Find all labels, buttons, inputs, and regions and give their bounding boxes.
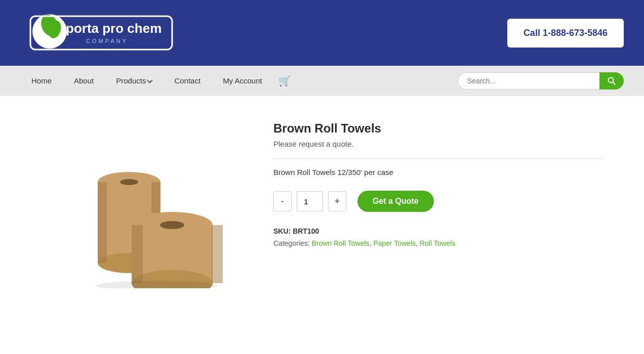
categories-row: Categories: Brown Roll Towels, Paper Tow…	[273, 239, 603, 247]
quantity-decrease-button[interactable]: -	[273, 191, 292, 211]
search-container	[458, 72, 624, 90]
call-button[interactable]: Call 1-888-673-5846	[507, 19, 624, 48]
categories-label: Categories:	[273, 239, 310, 247]
logo-area: porta pro chem COMPANY	[20, 10, 192, 56]
svg-rect-18	[212, 225, 223, 283]
categories-links: Brown Roll Towels, Paper Towels, Roll To…	[311, 239, 455, 247]
nav-contact[interactable]: Contact	[163, 66, 212, 96]
nav-my-account[interactable]: My Account	[212, 66, 273, 96]
sku-value: BRT100	[293, 227, 319, 235]
nav-home[interactable]: Home	[20, 66, 63, 96]
category-paper-towels[interactable]: Paper Towels	[373, 239, 416, 247]
product-details: Brown Roll Towels Please request a quote…	[273, 116, 603, 288]
get-a-quote-button[interactable]: Get a Quote	[357, 191, 434, 212]
divider	[273, 158, 603, 159]
quantity-row: - 1 + Get a Quote	[273, 191, 603, 212]
svg-line-7	[613, 82, 615, 84]
category-brown-roll-towels[interactable]: Brown Roll Towels	[311, 239, 369, 247]
product-image	[51, 126, 233, 288]
quantity-input[interactable]: 1	[297, 191, 323, 211]
product-image-area	[41, 116, 243, 288]
svg-text:porta pro chem: porta pro chem	[66, 21, 162, 36]
chevron-down-icon	[147, 77, 153, 83]
nav-products[interactable]: Products	[105, 66, 163, 96]
logo-svg: porta pro chem COMPANY	[20, 10, 192, 56]
svg-point-19	[160, 221, 184, 229]
main-content: Brown Roll Towels Please request a quote…	[0, 96, 644, 308]
quantity-increase-button[interactable]: +	[328, 191, 346, 211]
search-button[interactable]	[599, 72, 624, 90]
sku-label: SKU:	[273, 227, 291, 235]
category-roll-towels[interactable]: Roll Towels	[420, 239, 456, 247]
cart-icon[interactable]: 🛒	[273, 66, 296, 96]
product-subtitle: Please request a quote.	[273, 140, 603, 148]
svg-text:COMPANY: COMPANY	[86, 38, 128, 44]
nav-about[interactable]: About	[63, 66, 105, 96]
svg-point-13	[120, 179, 138, 185]
svg-rect-17	[132, 225, 143, 283]
search-icon	[608, 77, 616, 85]
sku-row: SKU: BRT100	[273, 227, 603, 235]
site-header: porta pro chem COMPANY Call 1-888-673-58…	[0, 0, 644, 66]
navbar: Home About Products Contact My Account 🛒	[0, 66, 644, 96]
product-description: Brown Roll Towels 12/350' per case	[273, 168, 603, 176]
svg-rect-11	[98, 182, 107, 263]
search-input[interactable]	[458, 72, 599, 90]
product-title: Brown Roll Towels	[273, 121, 603, 136]
